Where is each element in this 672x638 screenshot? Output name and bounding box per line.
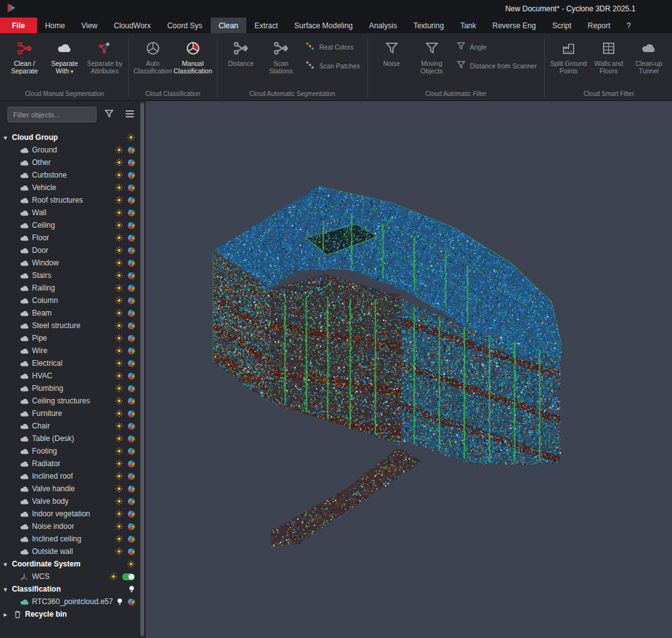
- ribbon-button-angle[interactable]: Angle: [452, 40, 541, 53]
- tree-item-roof-structures[interactable]: Roof structures: [0, 194, 140, 206]
- ribbon-button-distance[interactable]: Distance: [221, 35, 261, 88]
- tree-item-valve-handle[interactable]: Valve handle: [0, 482, 140, 495]
- tree-item-outside-wall[interactable]: Outside wall: [0, 545, 140, 558]
- visibility-sun-icon[interactable]: [127, 560, 135, 568]
- visibility-sun-icon[interactable]: [115, 284, 123, 292]
- ribbon-button-separate-with[interactable]: Separate With ▾: [45, 35, 85, 88]
- visibility-sun-icon[interactable]: [115, 209, 123, 216]
- visibility-sun-icon[interactable]: [115, 485, 123, 492]
- classification-pie-icon[interactable]: [128, 385, 135, 392]
- tree-section-coordinate-system[interactable]: ▾Coordinate System: [0, 558, 140, 570]
- classification-pie-icon[interactable]: [128, 297, 135, 304]
- tree-options-button[interactable]: [122, 107, 138, 122]
- tree-item-stairs[interactable]: Stairs: [0, 269, 140, 282]
- tree-item-rtc360-pointcloud-e57[interactable]: RTC360_pointcloud.e57: [0, 595, 140, 608]
- classification-pie-icon[interactable]: [128, 222, 135, 229]
- visibility-sun-icon[interactable]: [115, 309, 123, 317]
- tree-scrollbar[interactable]: [140, 101, 145, 638]
- classification-pie-icon[interactable]: [128, 335, 135, 342]
- visibility-sun-icon[interactable]: [115, 535, 123, 543]
- tree-item-radiator[interactable]: Radiator: [0, 457, 140, 470]
- tab-report[interactable]: Report: [580, 18, 619, 33]
- ribbon-button-noise[interactable]: Noise: [372, 35, 412, 88]
- visibility-sun-icon[interactable]: [115, 385, 123, 392]
- visibility-sun-icon[interactable]: [115, 272, 123, 279]
- tree-item-steel-structure[interactable]: Steel structure: [0, 319, 140, 332]
- tree-item-inclined-roof[interactable]: Inclined roof: [0, 470, 140, 482]
- tree-item-ground[interactable]: Ground: [0, 144, 140, 156]
- tab-view[interactable]: View: [73, 18, 106, 33]
- tree-item-wire[interactable]: Wire: [0, 344, 140, 357]
- visibility-sun-icon[interactable]: [115, 548, 123, 555]
- tree-item-curbstone[interactable]: Curbstone: [0, 169, 140, 181]
- classification-pie-icon[interactable]: [128, 310, 135, 317]
- tree-item-wcs[interactable]: WCS: [0, 570, 140, 583]
- tree-item-valve-body[interactable]: Valve body: [0, 495, 140, 508]
- tab-home[interactable]: Home: [37, 18, 73, 33]
- classification-pie-icon[interactable]: [128, 247, 135, 254]
- tab-file[interactable]: File: [0, 18, 37, 33]
- visibility-sun-icon[interactable]: [115, 322, 123, 329]
- visibility-sun-icon[interactable]: [115, 159, 123, 166]
- visibility-sun-icon[interactable]: [115, 184, 123, 191]
- classification-pie-icon[interactable]: [128, 322, 135, 329]
- visibility-sun-icon[interactable]: [110, 573, 117, 580]
- tab-surface-modeling[interactable]: Surface Modeling: [286, 18, 360, 33]
- ribbon-button-scan-patches[interactable]: Scan Patches: [301, 59, 364, 72]
- tab-analysis[interactable]: Analysis: [361, 18, 406, 33]
- chevron-down-icon[interactable]: ▾: [4, 586, 12, 593]
- classification-pie-icon[interactable]: [128, 473, 135, 480]
- tree-item-furniture[interactable]: Furniture: [0, 407, 140, 420]
- ribbon-button-walls-and-floors[interactable]: Walls and Floors: [589, 35, 629, 88]
- ribbon-button-auto-classification[interactable]: Auto Classification: [133, 35, 173, 88]
- visibility-sun-icon[interactable]: [115, 372, 123, 380]
- tree-scrollbar-thumb[interactable]: [140, 103, 144, 636]
- visibility-sun-icon[interactable]: [115, 221, 123, 229]
- visibility-sun-icon[interactable]: [115, 422, 123, 430]
- ribbon-button-manual-classification[interactable]: Manual Classification: [173, 35, 213, 88]
- classification-pie-icon[interactable]: [128, 348, 135, 354]
- tree-item-pipe[interactable]: Pipe: [0, 332, 140, 344]
- visibility-sun-icon[interactable]: [115, 234, 123, 242]
- visibility-sun-icon[interactable]: [115, 523, 123, 530]
- classification-pie-icon[interactable]: [128, 548, 135, 555]
- tab-clean[interactable]: Clean: [211, 18, 246, 33]
- visibility-sun-icon[interactable]: [115, 435, 123, 442]
- tab-tank[interactable]: Tank: [452, 18, 484, 33]
- tree-item-plumbing[interactable]: Plumbing: [0, 382, 140, 395]
- lightbulb-icon[interactable]: [129, 585, 135, 593]
- classification-pie-icon[interactable]: [128, 410, 135, 417]
- ribbon-button-clean-separate[interactable]: Clean / Separate: [4, 35, 45, 88]
- classification-pie-icon[interactable]: [128, 498, 135, 505]
- tab-extract[interactable]: Extract: [246, 18, 286, 33]
- classification-pie-icon[interactable]: [128, 159, 135, 166]
- tree-item-railing[interactable]: Railing: [0, 282, 140, 294]
- classification-pie-icon[interactable]: [128, 486, 135, 492]
- classification-pie-icon[interactable]: [128, 398, 135, 405]
- visibility-sun-icon[interactable]: [115, 472, 123, 480]
- classification-pie-icon[interactable]: [128, 423, 135, 430]
- chevron-down-icon[interactable]: ▾: [4, 561, 12, 568]
- filter-button[interactable]: [101, 107, 117, 122]
- tab-script[interactable]: Script: [544, 18, 580, 33]
- tree-item-indoor-vegetation[interactable]: Indoor vegetation: [0, 508, 140, 520]
- classification-pie-icon[interactable]: [128, 272, 135, 279]
- visibility-sun-icon[interactable]: [115, 171, 123, 179]
- tree-item-vehicle[interactable]: Vehicle: [0, 181, 140, 194]
- filter-objects-input[interactable]: [8, 107, 97, 122]
- ribbon-button-real-colors[interactable]: Real Colors: [301, 40, 364, 53]
- classification-pie-icon[interactable]: [128, 184, 135, 191]
- visibility-sun-icon[interactable]: [115, 334, 123, 342]
- classification-pie-icon[interactable]: [128, 373, 135, 380]
- classification-pie-icon[interactable]: [128, 435, 135, 442]
- classification-pie-icon[interactable]: [128, 523, 135, 530]
- chevron-right-icon[interactable]: ▸: [4, 611, 12, 618]
- classification-pie-icon[interactable]: [128, 210, 135, 216]
- visibility-sun-icon[interactable]: [115, 397, 123, 405]
- tree-item-ceiling[interactable]: Ceiling: [0, 219, 140, 231]
- tree-item-ceiling-structures[interactable]: Ceiling structures: [0, 395, 140, 407]
- visibility-sun-icon[interactable]: [115, 497, 123, 505]
- visibility-sun-icon[interactable]: [115, 297, 123, 304]
- classification-pie-icon[interactable]: [128, 285, 135, 292]
- app-logo-icon[interactable]: [6, 3, 17, 16]
